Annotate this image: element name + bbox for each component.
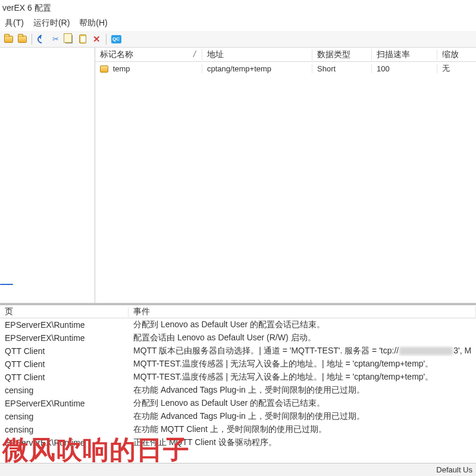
scissors-icon: ✂ — [52, 35, 59, 43]
tag-datatype-cell: Short — [312, 64, 372, 73]
tag-list-body[interactable]: temp cptang/temp+temp Short 100 无 — [95, 62, 476, 303]
sort-indicator: / — [193, 49, 196, 59]
tag-name-cell: temp — [113, 64, 130, 73]
log-event-cell: MQTT-TEST.温度传感器 | 无法写入设备上的地址。| 地址 = 'cpt… — [129, 359, 476, 369]
tag-scaling-cell: 无 — [437, 63, 473, 74]
log-event-cell: 正在停止 MQTT Client 设备驱动程序。 — [129, 437, 476, 448]
new-project-button[interactable] — [2, 33, 14, 45]
log-source-cell: censing — [0, 425, 129, 434]
status-bar: Default Us — [0, 463, 476, 476]
event-log-body[interactable]: EPServerEX\Runtime分配到 Lenovo as Default … — [0, 318, 476, 463]
status-right: Default Us — [436, 465, 472, 474]
log-row[interactable]: censing在功能 Advanced Tags Plug-in 上，受时间限制… — [0, 384, 476, 397]
log-row[interactable]: censing在功能 Advanced Tags Plug-in 上，受时间限制… — [0, 410, 476, 423]
col-header-datatype[interactable]: 数据类型 — [312, 49, 372, 60]
log-event-cell: 在功能 Advanced Tags Plug-in 上，受时间限制的使用已过期。 — [129, 385, 476, 396]
toolbar: ✂ ✕ QC — [0, 31, 476, 48]
tag-row[interactable]: temp cptang/temp+temp Short 100 无 — [95, 62, 476, 75]
log-row[interactable]: QTT ClientMQTT 版本已由服务器自动选择。| 通道 = 'MQTT-… — [0, 345, 476, 358]
undo-icon — [37, 35, 46, 43]
log-row[interactable]: EPServerEX\Runtime正在停止 MQTT Client 设备驱动程… — [0, 436, 476, 449]
toolbar-separator — [32, 34, 32, 45]
log-row[interactable]: QTT ClientMQTT-TEST.温度传感器 | 无法写入设备上的地址。|… — [0, 358, 476, 371]
log-source-cell: EPServerEX\Runtime — [0, 438, 129, 447]
log-source-cell: EPServerEX\Runtime — [0, 333, 129, 343]
log-event-cell: 在功能 Advanced Tags Plug-in 上，受时间限制的使用已过期。 — [129, 411, 476, 422]
window-title: verEX 6 配置 — [0, 0, 476, 15]
quick-client-button[interactable]: QC — [110, 33, 122, 45]
log-event-cell: 配置会话由 Lenovo as Default User (R/W) 启动。 — [129, 333, 476, 343]
folder-open-icon — [18, 36, 27, 43]
main-split: 标记名称 / 地址 数据类型 扫描速率 缩放 temp cptang/temp+… — [0, 48, 476, 303]
paste-icon — [79, 35, 86, 43]
tree-selection-marker — [0, 284, 13, 285]
col-header-address[interactable]: 地址 — [202, 49, 312, 60]
tag-icon — [100, 65, 108, 73]
log-event-cell: 在功能 MQTT Client 上，受时间限制的使用已过期。 — [129, 424, 476, 435]
cut-button[interactable]: ✂ — [49, 33, 61, 45]
log-row[interactable]: censing在功能 MQTT Client 上，受时间限制的使用已过期。 — [0, 423, 476, 436]
qc-icon: QC — [111, 35, 121, 43]
tag-list-pane: 标记名称 / 地址 数据类型 扫描速率 缩放 temp cptang/temp+… — [95, 48, 476, 303]
tag-scanrate-cell: 100 — [372, 64, 437, 73]
log-event-cell: 分配到 Lenovo as Default User 的配置会话已结束。 — [129, 320, 476, 330]
col-header-name-label: 标记名称 — [100, 49, 133, 59]
col-header-scaling[interactable]: 缩放 — [437, 49, 473, 60]
log-event-cell: MQTT 版本已由服务器自动选择。| 通道 = 'MQTT-TEST'. 服务器… — [129, 346, 476, 356]
delete-icon: ✕ — [93, 34, 101, 45]
event-log-pane: 页 事件 EPServerEX\Runtime分配到 Lenovo as Def… — [0, 303, 476, 463]
log-event-cell: 分配到 Lenovo as Default User 的配置会话已结束。 — [129, 398, 476, 409]
col-header-scanrate[interactable]: 扫描速率 — [372, 49, 437, 60]
copy-button[interactable] — [63, 33, 75, 45]
project-tree[interactable] — [0, 48, 95, 303]
tag-list-header: 标记名称 / 地址 数据类型 扫描速率 缩放 — [95, 48, 476, 62]
paste-button[interactable] — [77, 33, 89, 45]
col-header-name[interactable]: 标记名称 / — [95, 49, 202, 60]
log-event-cell: MQTT-TEST.温度传感器 | 无法写入设备上的地址。| 地址 = 'cpt… — [129, 372, 476, 383]
log-row[interactable]: QTT ClientMQTT-TEST.温度传感器 | 无法写入设备上的地址。|… — [0, 371, 476, 384]
tag-address-cell: cptang/temp+temp — [202, 64, 312, 73]
log-source-cell: EPServerEX\Runtime — [0, 399, 129, 408]
log-row[interactable]: EPServerEX\Runtime分配到 Lenovo as Default … — [0, 318, 476, 331]
open-project-button[interactable] — [16, 33, 28, 45]
menu-help[interactable]: 帮助(H) — [77, 17, 109, 29]
undo-button[interactable] — [36, 33, 48, 45]
log-row[interactable]: EPServerEX\Runtime分配到 Lenovo as Default … — [0, 397, 476, 410]
log-col-event[interactable]: 事件 — [129, 306, 476, 317]
toolbar-separator — [106, 34, 107, 45]
menu-bar: 具(T) 运行时(R) 帮助(H) — [0, 15, 476, 31]
folder-icon — [4, 36, 13, 43]
log-source-cell: QTT Client — [0, 359, 129, 369]
menu-tools[interactable]: 具(T) — [2, 17, 26, 29]
log-source-cell: EPServerEX\Runtime — [0, 320, 129, 330]
copy-icon — [65, 35, 73, 43]
redacted-span — [399, 347, 453, 355]
log-source-cell: censing — [0, 386, 129, 395]
log-col-source[interactable]: 页 — [0, 306, 129, 317]
log-source-cell: QTT Client — [0, 346, 129, 356]
log-source-cell: censing — [0, 412, 129, 421]
event-log-header: 页 事件 — [0, 305, 476, 318]
delete-button[interactable]: ✕ — [90, 33, 102, 45]
log-source-cell: QTT Client — [0, 372, 129, 382]
menu-runtime[interactable]: 运行时(R) — [31, 17, 72, 29]
log-row[interactable]: EPServerEX\Runtime配置会话由 Lenovo as Defaul… — [0, 331, 476, 345]
